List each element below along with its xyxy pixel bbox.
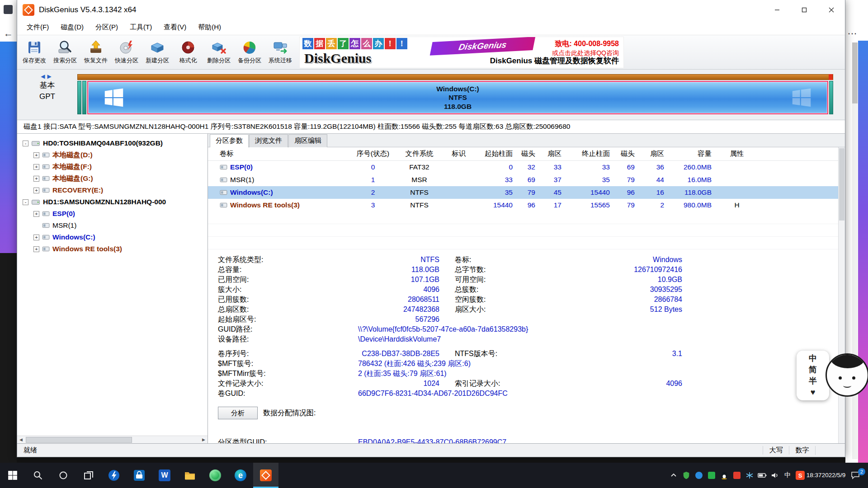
backup-partition-button[interactable]: 备份分区 (234, 37, 265, 68)
expand-expander-icon[interactable]: + (33, 152, 39, 158)
delete-partition-button[interactable]: 删除分区 (203, 37, 234, 68)
expand-expander-icon[interactable]: + (33, 235, 39, 240)
menu-disk[interactable]: 磁盘(D) (55, 20, 90, 35)
ime-mode-halfwidth[interactable]: 半 (809, 375, 817, 387)
status-resize-grip[interactable] (815, 446, 845, 455)
menu-help[interactable]: 帮助(H) (192, 20, 227, 35)
heart-icon[interactable]: ♥ (811, 387, 816, 398)
menu-file[interactable]: 文件(F) (21, 20, 55, 35)
expand-expander-icon[interactable]: + (33, 176, 39, 182)
ime-mode-chinese[interactable]: 中 (809, 353, 817, 364)
expand-expander-icon[interactable]: + (33, 164, 39, 170)
collapse-arrows-icon[interactable]: ◀▶ (41, 73, 53, 80)
partition-block-esp[interactable] (77, 81, 81, 114)
tree-horizontal-scrollbar[interactable]: ◀ ▶ (17, 436, 208, 443)
tray-app-snowflake[interactable] (743, 463, 756, 488)
tree-item-windows-c[interactable]: + Windows(C:) (17, 231, 208, 243)
scroll-right-icon[interactable]: ▶ (200, 436, 208, 444)
taskbar-app-diskgenius-active[interactable] (253, 463, 278, 488)
col-filesystem[interactable]: 文件系统 (398, 149, 441, 159)
tree-item-local-g[interactable]: + 本地磁盘(G:) (17, 173, 208, 184)
tree-item-recovery-e[interactable]: + RECOVERY(E:) (17, 184, 208, 196)
analyze-button[interactable]: 分析 (218, 407, 258, 419)
table-row-windows-c-selected[interactable]: Windows(C:) 2 NTFS 35 79 45 15440 96 16 … (208, 186, 845, 199)
taskbar-app-browser-360[interactable] (203, 463, 228, 488)
ime-floating-widget[interactable]: 中 简 半 ♥ (797, 348, 868, 404)
taskbar-app-store[interactable] (127, 463, 152, 488)
tray-sogou[interactable]: S (794, 463, 807, 488)
col-start-sector[interactable]: 扇区 (542, 149, 569, 159)
taskbar-app-word[interactable]: W (152, 463, 177, 488)
close-button[interactable] (818, 0, 845, 20)
overflow-menu-ic[interactable]: … (847, 25, 858, 37)
action-center-button[interactable]: 2 (845, 463, 865, 488)
tree-item-hd0[interactable]: - HD0:TOSHIBAMQ04ABF100(932GB) (17, 137, 208, 149)
back-arrow-icon[interactable]: ← (0, 26, 17, 41)
ad-banner[interactable]: 数 据 丢 了 怎 么 办 ！ ！ DiskGenius DiskGenius … (299, 37, 624, 68)
ime-mode-simplified[interactable]: 简 (809, 364, 817, 375)
minimize-button[interactable] (764, 0, 791, 20)
tray-show-hidden-icons[interactable] (667, 463, 680, 488)
expand-expander-icon[interactable]: + (33, 188, 39, 193)
partition-block-re-tools[interactable] (829, 81, 833, 114)
tray-security-shield[interactable] (680, 463, 693, 488)
scrollbar-thumb[interactable] (26, 437, 132, 443)
search-partition-button[interactable]: 搜索分区 (50, 37, 80, 68)
menu-tools[interactable]: 工具(T) (124, 20, 158, 35)
background-scrollbar-thumb[interactable] (852, 42, 858, 103)
maximize-button[interactable] (791, 0, 818, 20)
tree-item-msr[interactable]: MSR(1) (17, 220, 208, 231)
scrollbar-thumb[interactable] (839, 148, 844, 221)
tray-qq[interactable] (718, 463, 731, 488)
recover-files-button[interactable]: 恢复文件 (80, 37, 111, 68)
tray-app-blue[interactable] (693, 463, 705, 488)
quick-partition-button[interactable]: 快速分区 (111, 37, 142, 68)
tab-partition-parameters[interactable]: 分区参数 (210, 134, 249, 147)
scroll-left-icon[interactable]: ◀ (17, 436, 25, 444)
table-row-windows-re-tools[interactable]: Windows RE tools(3) 3 NTFS 15440 96 17 1… (208, 199, 845, 211)
taskbar-app-thunder[interactable] (101, 463, 127, 488)
ime-mode-box[interactable]: 中 简 半 ♥ (797, 351, 829, 400)
taskbar-app-edge[interactable]: e (228, 463, 253, 488)
task-view-button[interactable] (76, 463, 101, 488)
collapse-expander-icon[interactable]: - (23, 141, 28, 146)
tree-item-local-f[interactable]: + 本地磁盘(F:) (17, 161, 208, 173)
ime-mascot-avatar[interactable] (826, 353, 868, 397)
tree-item-local-d[interactable]: + 本地磁盘(D:) (17, 149, 208, 161)
expand-expander-icon[interactable]: + (33, 246, 39, 252)
col-attribute[interactable]: 属性 (719, 149, 755, 159)
format-button[interactable]: 格式化 (173, 37, 203, 68)
tray-app-green[interactable] (705, 463, 718, 488)
partition-block-windows-c[interactable]: Windows(C:) NTFS 118.0GB (87, 81, 828, 114)
col-end-sector[interactable]: 扇区 (642, 149, 671, 159)
col-number-status[interactable]: 序号(状态) (348, 149, 398, 159)
tree-item-esp[interactable]: + ESP(0) (17, 208, 208, 220)
menu-partition[interactable]: 分区(P) (90, 20, 124, 35)
col-volume[interactable]: 卷标 (208, 149, 348, 159)
col-capacity[interactable]: 容量 (671, 149, 719, 159)
collapse-expander-icon[interactable]: - (23, 199, 28, 205)
tab-sector-edit[interactable]: 扇区编辑 (288, 134, 327, 147)
col-start-head[interactable]: 磁头 (520, 149, 542, 159)
expand-expander-icon[interactable]: + (33, 211, 39, 217)
taskbar-search-button[interactable] (25, 463, 51, 488)
save-changes-button[interactable]: 保存更改 (19, 37, 50, 68)
start-button[interactable] (0, 463, 25, 488)
new-partition-button[interactable]: 新建分区 (142, 37, 173, 68)
col-flag[interactable]: 标识 (441, 149, 477, 159)
col-end-head[interactable]: 磁头 (617, 149, 642, 159)
tree-item-windows-re-tools[interactable]: + Windows RE tools(3) (17, 243, 208, 255)
taskbar-app-file-explorer[interactable] (177, 463, 203, 488)
col-end-cylinder[interactable]: 终止柱面 (569, 149, 617, 159)
system-migration-button[interactable]: 系统迁移 (265, 37, 296, 68)
taskbar-clock[interactable]: 18:37 2022/5/9 (807, 463, 845, 488)
col-start-cylinder[interactable]: 起始柱面 (477, 149, 520, 159)
tray-app-red[interactable] (731, 463, 743, 488)
tab-browse-files[interactable]: 浏览文件 (249, 134, 288, 147)
tray-input-indicator[interactable]: 中 (781, 463, 794, 488)
tree-item-hd1[interactable]: - HD1:SAMSUNGMZNLN128HAHQ-000 (17, 196, 208, 208)
cortana-button[interactable] (51, 463, 76, 488)
tray-volume[interactable] (769, 463, 781, 488)
menu-view[interactable]: 查看(V) (158, 20, 192, 35)
table-row-msr[interactable]: MSR(1) 1 MSR 33 69 37 35 79 44 16.0MB (208, 174, 845, 186)
